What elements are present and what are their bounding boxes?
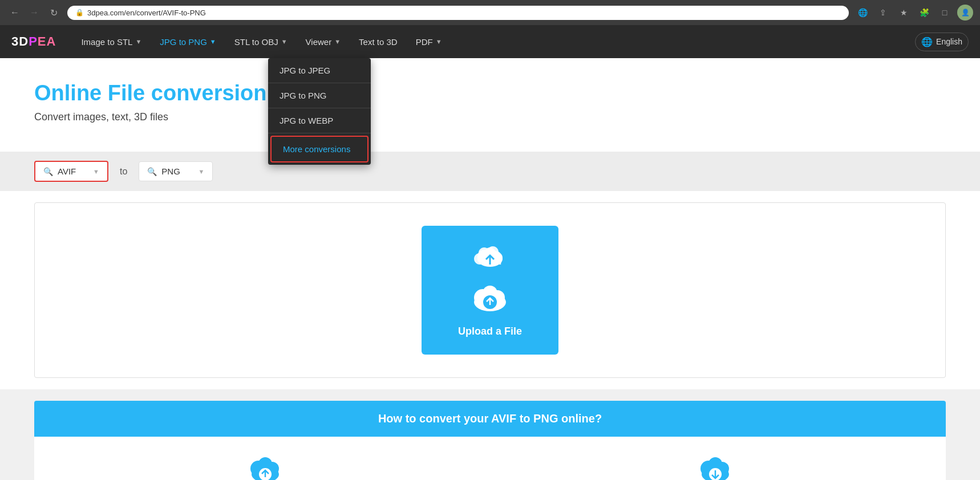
avatar[interactable]: 👤 — [957, 5, 973, 21]
nav-buttons: ← → ↻ — [7, 5, 62, 21]
cloud-svg — [472, 243, 508, 271]
logo[interactable]: 3DPEA — [11, 34, 56, 49]
conversion-bar: 🔍 AVIF ▼ to 🔍 PNG ▼ — [0, 152, 980, 191]
dropdown-item-jpg-png[interactable]: JPG to PNG — [268, 83, 371, 108]
browser-chrome: ← → ↻ 🔒 3dpea.com/en/convert/AVIF-to-PNG… — [0, 0, 980, 25]
address-bar[interactable]: 🔒 3dpea.com/en/convert/AVIF-to-PNG — [67, 6, 849, 20]
dropdown-menu: JPG to JPEG JPG to PNG JPG to WEBP More … — [268, 58, 371, 165]
more-conversions-button[interactable]: More conversions — [270, 136, 368, 162]
dropdown-overlay: JPG to JPEG JPG to PNG JPG to WEBP More … — [268, 58, 371, 165]
to-format-selector[interactable]: 🔍 PNG ▼ — [139, 161, 213, 181]
logo-p: P — [29, 34, 38, 48]
how-to-header: How to convert your AVIF to PNG online? — [34, 401, 946, 437]
hero-subtitle: Convert images, text, 3D files — [34, 111, 946, 123]
nav-stl-to-obj[interactable]: STL to OBJ ▼ — [226, 32, 295, 51]
back-button[interactable]: ← — [7, 5, 23, 21]
translate-button[interactable]: 🌐 — [855, 5, 870, 21]
share-button[interactable]: ⇪ — [875, 5, 891, 21]
chevron-down-icon: ▼ — [436, 38, 442, 45]
from-format-text: AVIF — [58, 166, 88, 176]
nav-text-to-3d[interactable]: Text to 3D — [351, 32, 406, 51]
divider — [268, 133, 371, 133]
reload-button[interactable]: ↻ — [46, 5, 62, 21]
logo-ea: EA — [38, 34, 56, 48]
nav-right: 🌐 English — [915, 32, 969, 51]
how-to-content — [34, 437, 946, 480]
lock-icon: 🔒 — [75, 9, 84, 17]
how-to-step-1 — [46, 454, 484, 480]
logo-3d: 3D — [11, 34, 29, 48]
step2-cloud-icon — [698, 454, 732, 480]
window-button[interactable]: □ — [937, 5, 953, 21]
chevron-down-icon: ▼ — [281, 38, 287, 45]
hero-title-text: O — [34, 81, 51, 105]
upload-cloud-icon — [472, 243, 508, 271]
chevron-down-icon: ▼ — [135, 38, 141, 45]
forward-button[interactable]: → — [26, 5, 42, 21]
nav-items: Image to STL ▼ JPG to PNG ▼ STL to OBJ ▼… — [73, 32, 915, 51]
step1-svg — [248, 454, 282, 480]
upload-box: Upload a File — [34, 202, 946, 378]
language-button[interactable]: 🌐 English — [915, 32, 969, 51]
browser-actions: 🌐 ⇪ ★ 🧩 □ 👤 — [855, 5, 973, 21]
how-to-step-2 — [496, 454, 934, 480]
to-label: to — [120, 166, 127, 177]
search-icon: 🔍 — [43, 167, 53, 176]
chevron-down-icon: ▼ — [210, 38, 216, 45]
how-to-section: How to convert your AVIF to PNG online? — [0, 389, 980, 480]
search-icon: 🔍 — [147, 167, 157, 176]
hero-title: Online File conversion — [34, 81, 946, 105]
dropdown-item-jpg-jpeg[interactable]: JPG to JPEG — [268, 58, 371, 83]
nav-pdf[interactable]: PDF ▼ — [408, 32, 450, 51]
upload-label: Upload a File — [458, 326, 522, 337]
extensions-button[interactable]: 🧩 — [916, 5, 932, 21]
how-to-title: How to convert your AVIF to PNG online? — [378, 412, 602, 425]
step1-cloud-icon — [248, 454, 282, 480]
to-chevron-icon: ▼ — [198, 168, 204, 175]
main-nav: 3DPEA Image to STL ▼ JPG to PNG ▼ STL to… — [0, 25, 980, 58]
url-text: 3dpea.com/en/convert/AVIF-to-PNG — [87, 9, 206, 17]
step2-svg — [698, 454, 732, 480]
upload-cloud-arrow — [470, 280, 510, 316]
from-chevron-icon: ▼ — [93, 168, 99, 175]
upload-icon-svg — [470, 280, 510, 315]
hero-section: Online File conversion Convert images, t… — [0, 58, 980, 152]
chevron-down-icon: ▼ — [334, 38, 341, 45]
globe-icon: 🌐 — [921, 36, 933, 47]
dropdown-item-jpg-webp[interactable]: JPG to WEBP — [268, 108, 371, 133]
to-format-text: PNG — [161, 166, 193, 176]
bookmark-button[interactable]: ★ — [896, 5, 912, 21]
upload-section: Upload a File — [0, 191, 980, 389]
upload-button[interactable]: Upload a File — [422, 226, 558, 355]
nav-image-to-stl[interactable]: Image to STL ▼ — [73, 32, 149, 51]
nav-viewer[interactable]: Viewer ▼ — [298, 32, 349, 51]
page-content: Online File conversion Convert images, t… — [0, 58, 980, 480]
from-format-selector[interactable]: 🔍 AVIF ▼ — [34, 161, 108, 182]
nav-jpg-to-png[interactable]: JPG to PNG ▼ — [152, 32, 224, 51]
